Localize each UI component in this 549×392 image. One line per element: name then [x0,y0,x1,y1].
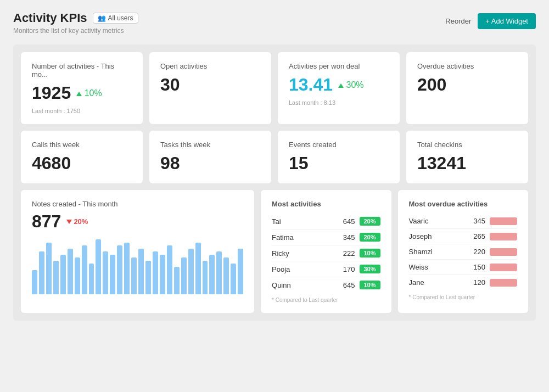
bar [195,243,201,294]
kpi-value-calls: 4680 [32,153,132,173]
overdue-count: 150 [466,263,485,271]
kpi-value-row-3: 13.41 30% [289,75,389,95]
all-users-button[interactable]: 👥 All users [93,13,138,24]
activity-name: Fatima [272,233,335,242]
most-overdue-card: Most overdue activities Vaaric 345 Josep… [398,190,528,313]
overdue-count: 120 [466,278,485,287]
bar [160,255,165,294]
bar [188,249,194,294]
kpi-value-checkins: 13241 [417,153,517,173]
bar [110,255,115,294]
activity-pct-badge: 20% [360,233,380,242]
kpi-value-row-1: 1925 10% [32,83,132,103]
activity-count: 170 [336,265,355,273]
bar [32,270,37,294]
kpi-label-3: Activities per won deal [289,62,389,70]
add-widget-button[interactable]: + Add Widget [478,13,536,29]
list-item: Weiss 150 [409,260,517,275]
page-subtitle: Monitors the list of key activity metric… [13,27,138,35]
bar-chart [32,239,243,294]
list-item: Pooja 170 30% [272,261,380,277]
bar [46,243,52,294]
kpi-value-3: 13.41 [289,75,333,95]
kpi-badge-3: 30% [338,80,363,90]
most-activities-card: Most activities Tai 645 20% Fatima 345 2… [261,190,391,313]
kpi-value-row-2: 30 [160,75,260,95]
bar [167,245,172,294]
bar [231,264,236,294]
list-item: Fatima 345 20% [272,229,380,245]
kpi-label-4: Overdue activities [417,62,517,70]
kpi-label-tasks: Tasks this week [160,141,260,149]
bar [89,264,94,294]
kpi-subtext-3: Last month : 8.13 [289,99,389,106]
bar [68,249,73,294]
bar [124,243,130,294]
list-item: Shamzi 220 [409,244,517,260]
list-item: Joseph 265 [409,229,517,244]
most-overdue-footnote: * Compared to Last quarter [409,294,517,300]
kpi-value-4: 200 [417,75,446,95]
activity-name: Ricky [272,249,335,257]
users-icon: 👥 [98,14,106,22]
list-item: Tai 645 20% [272,214,380,229]
list-item: Quinn 645 10% [272,277,380,293]
activity-name: Quinn [272,281,335,289]
bar [181,257,187,294]
page-title: Activity KPIs [13,11,87,25]
overdue-count: 220 [466,248,485,256]
kpi-card-activities: Number of activities - This mo... 1925 1… [21,52,143,124]
kpi-value-events: 15 [289,153,389,173]
overdue-bar [490,248,517,256]
header-left: Activity KPIs 👥 All users Monitors the l… [13,11,138,35]
most-activities-label: Most activities [272,200,380,208]
kpi-value-1: 1925 [32,83,71,103]
kpi-pct-3: 30% [346,80,364,89]
activity-count: 645 [336,281,355,289]
most-overdue-label: Most overdue activities [409,200,517,208]
overdue-bar [490,217,517,225]
header-right: Reorder + Add Widget [445,13,536,29]
notes-value: 877 [32,211,61,232]
kpi-badge-1: 10% [76,88,102,98]
bar [103,251,108,294]
bar [75,257,80,294]
bar [53,261,59,294]
activity-pct-badge: 10% [360,249,380,257]
bar [209,255,215,294]
activity-name: Tai [272,217,335,226]
title-row: Activity KPIs 👥 All users [13,11,138,25]
kpi-value-row-4: 200 [417,75,517,95]
bar [223,257,229,294]
kpi-card-per-deal: Activities per won deal 13.41 30% Last m… [278,52,400,124]
bar [117,245,122,294]
triangle-up-icon [76,92,82,96]
row-3: Notes created - This month 877 20% Most … [21,190,528,313]
activity-count: 645 [336,217,355,226]
all-users-label: All users [108,14,133,22]
activity-name: Pooja [272,265,335,273]
overdue-name: Jane [409,278,466,287]
most-activities-list: Tai 645 20% Fatima 345 20% Ricky 222 10%… [272,214,380,293]
overdue-name: Vaaric [409,217,466,225]
reorder-button[interactable]: Reorder [445,17,471,25]
notes-badge: 20% [66,217,88,226]
bar [82,245,87,294]
bar [153,251,158,294]
kpi-card-checkins: Total checkins 13241 [406,131,528,183]
bar [131,257,137,294]
list-item: Vaaric 345 [409,214,517,229]
most-activities-footnote: * Compared to Last quarter [272,297,380,303]
overdue-bar [490,279,517,287]
overdue-bar [490,233,517,240]
list-item: Ricky 222 10% [272,245,380,261]
kpi-subtext-1: Last month : 1750 [32,108,132,114]
activity-pct-badge: 10% [360,281,380,289]
notes-label: Notes created - This month [32,200,243,208]
kpi-label-events: Events created [289,141,389,149]
triangle-down-icon [66,220,72,224]
kpi-label-calls: Calls this week [32,141,132,149]
kpi-card-open: Open activities 30 [149,52,271,124]
dashboard-grid: Number of activities - This mo... 1925 1… [13,44,536,321]
row-1: Number of activities - This mo... 1925 1… [21,52,528,124]
